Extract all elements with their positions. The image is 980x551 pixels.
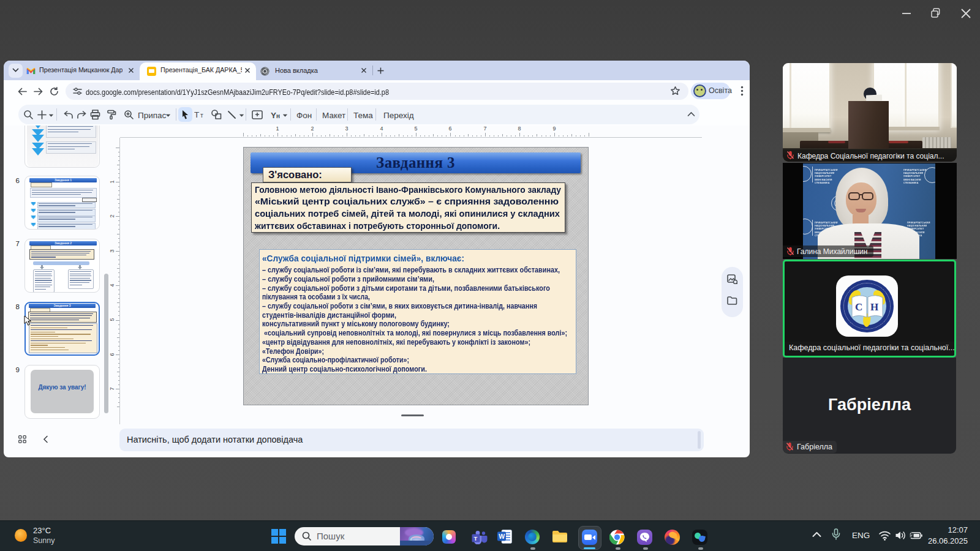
svg-text:С: С: [855, 301, 862, 313]
svg-text:Н: Н: [870, 301, 878, 313]
svg-text:T: T: [194, 111, 199, 119]
svg-text:т: т: [200, 111, 203, 119]
svg-text:W: W: [499, 533, 505, 540]
svg-text:T: T: [474, 535, 478, 542]
